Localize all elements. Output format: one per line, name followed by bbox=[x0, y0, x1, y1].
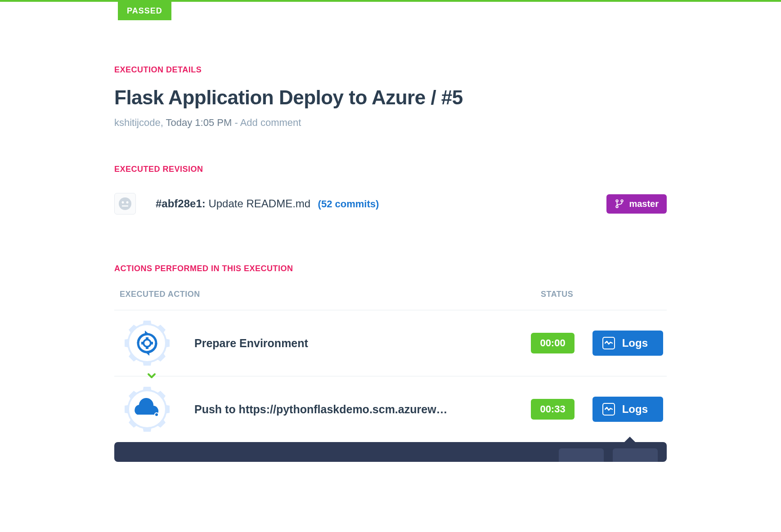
svg-point-1 bbox=[122, 201, 124, 204]
svg-point-3 bbox=[616, 200, 619, 202]
azure-cloud-icon bbox=[122, 384, 172, 434]
branch-name: master bbox=[629, 199, 659, 209]
logs-label: Logs bbox=[622, 337, 648, 349]
execution-meta: kshitijcode, Today 1:05 PM - Add comment bbox=[114, 117, 667, 129]
action-name-push: Push to https://pythonflaskdemo.scm.azur… bbox=[194, 403, 531, 416]
duration-badge-prepare: 00:00 bbox=[531, 333, 574, 353]
action-row-push[interactable]: Push to https://pythonflaskdemo.scm.azur… bbox=[114, 376, 667, 442]
logs-icon bbox=[602, 337, 615, 349]
action-connector-icon bbox=[146, 370, 157, 383]
actions-table-header: EXECUTED ACTION STATUS bbox=[114, 290, 667, 310]
logs-panel bbox=[114, 442, 667, 462]
column-header-action: EXECUTED ACTION bbox=[120, 290, 541, 299]
branch-badge[interactable]: master bbox=[606, 194, 667, 214]
svg-rect-9 bbox=[146, 347, 148, 349]
action-name-prepare: Prepare Environment bbox=[194, 337, 531, 350]
avatar bbox=[114, 193, 136, 215]
revision-left: #abf28e1: Update README.md (52 commits) bbox=[114, 193, 379, 215]
panel-button-1[interactable] bbox=[559, 448, 604, 462]
svg-point-5 bbox=[621, 200, 624, 202]
chevron-down-icon bbox=[146, 370, 157, 381]
logs-icon bbox=[602, 403, 615, 416]
svg-point-4 bbox=[616, 206, 619, 208]
svg-point-14 bbox=[155, 413, 158, 416]
logs-label: Logs bbox=[622, 403, 648, 416]
section-actions-label: ACTIONS PERFORMED IN THIS EXECUTION bbox=[114, 264, 667, 273]
svg-rect-11 bbox=[151, 342, 153, 344]
panel-button-2[interactable] bbox=[613, 448, 658, 462]
svg-point-2 bbox=[126, 201, 129, 204]
column-header-status: STATUS bbox=[541, 290, 667, 299]
execution-timestamp: Today 1:05 PM bbox=[166, 117, 232, 128]
commit-message: Update README.md bbox=[206, 197, 310, 210]
svg-point-6 bbox=[128, 324, 166, 362]
panel-pointer bbox=[624, 437, 636, 443]
svg-rect-10 bbox=[141, 342, 144, 344]
section-execution-details-label: EXECUTION DETAILS bbox=[114, 65, 667, 75]
status-badge: PASSED bbox=[118, 2, 171, 20]
add-comment-link[interactable]: Add comment bbox=[240, 117, 301, 128]
git-branch-icon bbox=[615, 199, 624, 209]
gear-icon bbox=[122, 318, 172, 368]
logs-button-push[interactable]: Logs bbox=[592, 397, 663, 422]
commits-count-link[interactable]: (52 commits) bbox=[318, 198, 379, 210]
meta-dash: - bbox=[232, 117, 240, 128]
action-row-prepare[interactable]: Prepare Environment 00:00 Logs bbox=[114, 310, 667, 376]
svg-point-0 bbox=[119, 197, 131, 210]
action-icon-prepare bbox=[122, 318, 172, 368]
svg-rect-8 bbox=[146, 337, 148, 340]
author-name[interactable]: kshitijcode bbox=[114, 117, 161, 128]
logs-button-prepare[interactable]: Logs bbox=[592, 331, 663, 356]
section-executed-revision-label: EXECUTED REVISION bbox=[114, 165, 667, 174]
avatar-placeholder-icon bbox=[118, 197, 132, 210]
action-icon-push bbox=[122, 384, 172, 434]
revision-text-group: #abf28e1: Update README.md (52 commits) bbox=[156, 197, 379, 210]
meta-separator: , bbox=[161, 117, 166, 128]
duration-badge-push: 00:33 bbox=[531, 399, 574, 420]
page-title: Flask Application Deploy to Azure / #5 bbox=[114, 86, 667, 109]
commit-hash[interactable]: #abf28e1: bbox=[156, 197, 206, 210]
revision-row: #abf28e1: Update README.md (52 commits) … bbox=[114, 193, 667, 215]
main-container: PASSED EXECUTION DETAILS Flask Applicati… bbox=[113, 2, 668, 462]
